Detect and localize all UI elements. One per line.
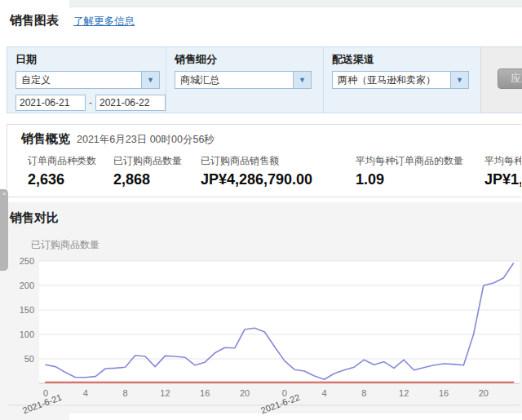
overview-heading: 销售概览 <box>21 131 70 147</box>
channel-select[interactable]: 两种（亚马逊和卖家） ▼ <box>332 71 469 89</box>
overview-stats-row: 订单商品种类数2,636已订购商品数量2,868已订购商品销售额JP¥4,286… <box>7 154 521 188</box>
page-header: 销售图表 了解更多信息 <box>10 13 135 29</box>
stat-label: 订单商品种类数 <box>28 154 113 168</box>
svg-text:100: 100 <box>20 329 34 339</box>
chevron-down-icon: ▼ <box>141 72 159 88</box>
svg-text:12: 12 <box>399 388 409 398</box>
segment-filter-column: 销售细分 商城汇总 ▼ <box>166 47 323 113</box>
comparison-section: 销售对比 已订购商品数量 501001502002500481216200481… <box>0 202 522 420</box>
date-filter-label: 日期 <box>15 52 166 67</box>
date-from-input[interactable] <box>15 95 86 111</box>
page-title: 销售图表 <box>10 13 59 29</box>
stat-value: JP¥1, <box>484 171 521 188</box>
segment-value: 商城汇总 <box>175 73 293 87</box>
overview-stat: 已订购商品数量2,868 <box>113 154 201 188</box>
filter-panel: 日期 自定义 ▼ - 销售细分 商城汇总 ▼ 配送渠道 两种（亚马逊和卖家） ▼ <box>7 46 522 113</box>
bottom-strip <box>69 413 522 420</box>
top-strip <box>69 0 522 7</box>
date-range: - <box>15 95 166 111</box>
sales-comparison-chart: 50100150200250048121620048121620 <box>0 253 522 416</box>
stat-value: 1.09 <box>356 171 484 188</box>
segment-filter-label: 销售细分 <box>175 52 323 67</box>
svg-text:20: 20 <box>240 388 250 398</box>
date-filter-column: 日期 自定义 ▼ - <box>7 47 166 113</box>
svg-text:20: 20 <box>479 388 489 398</box>
learn-more-link[interactable]: 了解更多信息 <box>73 15 135 29</box>
stat-label: 已订购商品数量 <box>113 154 201 168</box>
svg-text:4: 4 <box>322 388 327 398</box>
overview-header: 销售概览 2021年6月23日 00时00分56秒 <box>7 125 521 147</box>
sales-dashboard: 销售图表 了解更多信息 日期 自定义 ▼ - 销售细分 商城汇总 ▼ 配送渠道 <box>0 0 522 420</box>
overview-stat: 平均每种订JP¥1, <box>484 154 521 188</box>
svg-text:16: 16 <box>439 388 449 398</box>
overview-timestamp: 2021年6月23日 00时00分56秒 <box>77 133 215 147</box>
feedback-tab[interactable]: × <box>0 189 8 271</box>
overview-panel: 销售概览 2021年6月23日 00时00分56秒 订单商品种类数2,636已订… <box>7 124 521 197</box>
stat-value: 2,636 <box>28 171 113 188</box>
chevron-down-icon: ▼ <box>293 72 311 88</box>
date-to-input[interactable] <box>95 95 166 111</box>
stat-label: 平均每种订单商品的数量 <box>356 154 484 168</box>
apply-button[interactable]: 应用 <box>498 69 522 89</box>
segment-select[interactable]: 商城汇总 ▼ <box>175 71 312 89</box>
chevron-down-icon: ▼ <box>450 72 468 88</box>
date-preset-select[interactable]: 自定义 ▼ <box>15 71 160 89</box>
svg-text:150: 150 <box>20 305 34 315</box>
channel-filter-label: 配送渠道 <box>332 52 480 67</box>
svg-text:16: 16 <box>200 388 210 398</box>
chart-y-axis-title: 已订购商品数量 <box>31 238 100 252</box>
stat-value: 2,868 <box>113 171 201 188</box>
channel-value: 两种（亚马逊和卖家） <box>333 73 450 87</box>
svg-text:8: 8 <box>361 388 366 398</box>
channel-filter-column: 配送渠道 两种（亚马逊和卖家） ▼ <box>323 47 480 113</box>
svg-text:4: 4 <box>83 388 88 398</box>
comparison-heading: 销售对比 <box>10 210 59 226</box>
overview-stat: 已订购商品销售额JP¥4,286,790.00 <box>201 154 356 188</box>
svg-text:250: 250 <box>20 256 34 266</box>
stat-label: 已订购商品销售额 <box>201 154 356 168</box>
svg-text:12: 12 <box>160 388 170 398</box>
stat-label: 平均每种订 <box>484 154 521 168</box>
close-icon[interactable]: × <box>0 189 8 199</box>
svg-text:8: 8 <box>123 388 128 398</box>
overview-stat: 订单商品种类数2,636 <box>28 154 113 188</box>
apply-column: 应用 <box>480 47 522 113</box>
stat-value: JP¥4,286,790.00 <box>201 171 356 188</box>
svg-text:50: 50 <box>24 354 34 364</box>
date-preset-value: 自定义 <box>16 73 141 87</box>
overview-stat: 平均每种订单商品的数量1.09 <box>356 154 484 188</box>
date-range-separator: - <box>89 97 92 108</box>
svg-text:200: 200 <box>20 281 34 290</box>
